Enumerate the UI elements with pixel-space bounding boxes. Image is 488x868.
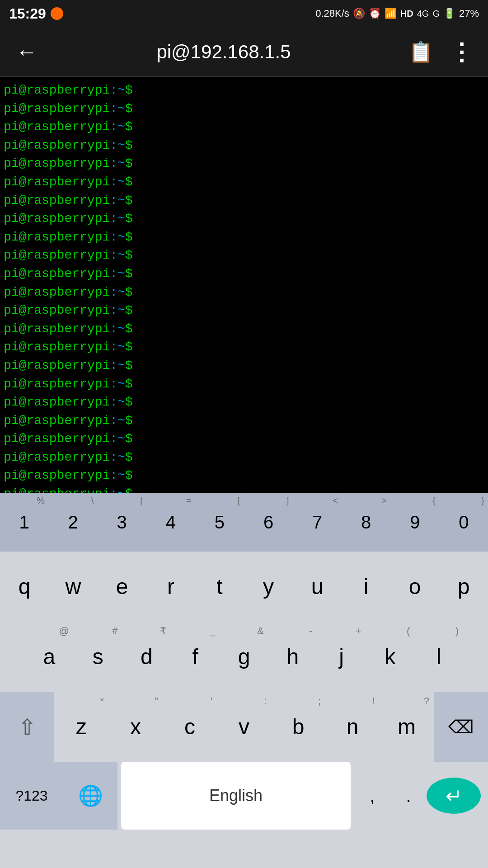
terminal-line: pi@raspberrypi:~ $	[4, 283, 484, 302]
terminal-line: pi@raspberrypi:~ $	[4, 192, 484, 210]
key-9[interactable]: {9	[391, 493, 440, 552]
key-n[interactable]: !n	[325, 692, 380, 762]
network-speed: 0.28K/s	[315, 8, 349, 19]
key-b[interactable]: ;b	[271, 692, 325, 762]
key-l[interactable]: )l	[414, 622, 463, 692]
key-m[interactable]: ?m	[380, 692, 434, 762]
keyboard-row-zm: ⇧ *z "x 'c :v ;b !n ?m ⌫	[0, 692, 488, 762]
terminal-line: pi@raspberrypi:~ $	[4, 265, 484, 283]
alarm-icon: ⏰	[369, 8, 381, 19]
back-icon: ←	[16, 39, 38, 64]
shift-icon: ⇧	[18, 714, 36, 740]
terminal-line: pi@raspberrypi:~ $	[4, 137, 484, 155]
key-g[interactable]: &g	[220, 622, 268, 692]
keyboard: %1 \2 |3 =4 [5 ]6 <7 >8 {9 }0 q w e r t …	[0, 493, 488, 868]
comma-key[interactable]: ,	[354, 762, 390, 830]
language-key[interactable]: 🌐	[63, 762, 117, 830]
key-5[interactable]: [5	[195, 493, 244, 552]
key-w[interactable]: w	[49, 552, 98, 622]
terminal-line: pi@raspberrypi:~ $	[4, 485, 484, 493]
clipboard-button[interactable]: 📋	[405, 36, 436, 68]
key-p[interactable]: p	[439, 552, 488, 622]
connection-title: pi@192.168.1.5	[52, 41, 396, 63]
hd-icon: HD	[400, 9, 413, 19]
key-z[interactable]: *z	[54, 692, 108, 762]
backspace-icon: ⌫	[448, 717, 474, 737]
key-o[interactable]: o	[390, 552, 439, 622]
terminal-line: pi@raspberrypi:~ $	[4, 118, 484, 137]
clipboard-icon: 📋	[408, 40, 433, 64]
key-q[interactable]: q	[0, 552, 49, 622]
terminal-line: pi@raspberrypi:~ $	[4, 155, 484, 173]
symbols-key[interactable]: ?123	[0, 762, 63, 830]
keyboard-row-al: @a #s ₹d _f &g -h +j (k )l	[0, 622, 488, 692]
terminal-line: pi@raspberrypi:~ $	[4, 173, 484, 192]
notification-dot	[51, 7, 63, 20]
keyboard-bottom-row: ?123 🌐 English , . ↵	[0, 762, 488, 830]
enter-key[interactable]: ↵	[427, 778, 481, 814]
key-s[interactable]: #s	[74, 622, 122, 692]
terminal-line: pi@raspberrypi:~ $	[4, 338, 484, 357]
backspace-key[interactable]: ⌫	[434, 692, 488, 762]
terminal-line: pi@raspberrypi:~ $	[4, 375, 484, 394]
terminal-line: pi@raspberrypi:~ $	[4, 302, 484, 320]
shift-key[interactable]: ⇧	[0, 692, 54, 762]
key-3[interactable]: |3	[98, 493, 146, 552]
terminal-line: pi@raspberrypi:~ $	[4, 246, 484, 265]
battery-icon: 🔋	[443, 8, 455, 19]
key-f[interactable]: _f	[171, 622, 220, 692]
more-icon: ⋮	[450, 38, 473, 66]
key-r[interactable]: r	[146, 552, 195, 622]
key-8[interactable]: >8	[342, 493, 391, 552]
key-i[interactable]: i	[342, 552, 390, 622]
mute-icon: 🔕	[353, 8, 365, 19]
g-icon: G	[432, 9, 440, 19]
key-j[interactable]: +j	[317, 622, 366, 692]
top-bar: ← pi@192.168.1.5 📋 ⋮	[0, 27, 488, 77]
terminal-line: pi@raspberrypi:~ $	[4, 393, 484, 412]
terminal-line: pi@raspberrypi:~ $	[4, 320, 484, 339]
terminal-line: pi@raspberrypi:~ $	[4, 467, 484, 485]
key-d[interactable]: ₹d	[122, 622, 171, 692]
key-y[interactable]: y	[244, 552, 293, 622]
key-t[interactable]: t	[195, 552, 244, 622]
terminal-line: pi@raspberrypi:~ $	[4, 448, 484, 467]
status-bar: 15:29 0.28K/s 🔕 ⏰ 📶 HD 4G G 🔋 27%	[0, 0, 488, 27]
enter-icon: ↵	[446, 784, 462, 807]
key-h[interactable]: -h	[268, 622, 317, 692]
period-key[interactable]: .	[390, 762, 427, 830]
terminal-line: pi@raspberrypi:~ $	[4, 210, 484, 228]
battery-percent: 27%	[459, 8, 479, 19]
menu-button[interactable]: ⋮	[446, 36, 477, 68]
keyboard-number-row: %1 \2 |3 =4 [5 ]6 <7 >8 {9 }0	[0, 493, 488, 552]
terminal-line: pi@raspberrypi:~ $	[4, 430, 484, 448]
key-v[interactable]: :v	[217, 692, 271, 762]
space-key[interactable]: English	[121, 762, 351, 830]
keyboard-row-qp: q w e r t y u i o p	[0, 552, 488, 622]
key-0[interactable]: }0	[440, 493, 488, 552]
key-1[interactable]: %1	[0, 493, 49, 552]
back-button[interactable]: ←	[11, 36, 42, 68]
status-icons: 0.28K/s 🔕 ⏰ 📶 HD 4G G 🔋 27%	[315, 8, 479, 19]
wifi-icon: 📶	[385, 8, 397, 19]
key-7[interactable]: <7	[293, 493, 342, 552]
key-a[interactable]: @a	[25, 622, 74, 692]
globe-icon: 🌐	[78, 784, 103, 807]
key-e[interactable]: e	[98, 552, 146, 622]
terminal-line: pi@raspberrypi:~ $	[4, 81, 484, 100]
status-time: 15:29	[9, 5, 46, 22]
terminal-area[interactable]: pi@raspberrypi:~ $ pi@raspberrypi:~ $ pi…	[0, 77, 488, 493]
key-c[interactable]: 'c	[163, 692, 217, 762]
terminal-line: pi@raspberrypi:~ $	[4, 228, 484, 247]
key-4[interactable]: =4	[146, 493, 195, 552]
key-6[interactable]: ]6	[244, 493, 293, 552]
terminal-line: pi@raspberrypi:~ $	[4, 412, 484, 430]
key-2[interactable]: \2	[49, 493, 98, 552]
key-u[interactable]: u	[293, 552, 342, 622]
key-k[interactable]: (k	[366, 622, 414, 692]
signal-4g-icon: 4G	[417, 9, 429, 19]
terminal-line: pi@raspberrypi:~ $	[4, 357, 484, 375]
key-x[interactable]: "x	[108, 692, 163, 762]
terminal-line: pi@raspberrypi:~ $	[4, 100, 484, 118]
